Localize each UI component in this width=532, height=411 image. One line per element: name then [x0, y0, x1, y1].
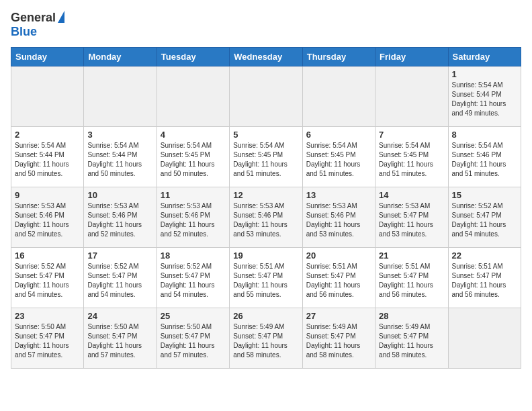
- calendar-cell: [157, 66, 229, 127]
- day-info: Sunrise: 5:53 AM Sunset: 5:46 PM Dayligh…: [161, 201, 226, 239]
- day-number: 14: [379, 190, 444, 200]
- calendar-cell: [448, 308, 521, 369]
- day-info: Sunrise: 5:53 AM Sunset: 5:46 PM Dayligh…: [15, 201, 80, 239]
- day-info: Sunrise: 5:52 AM Sunset: 5:47 PM Dayligh…: [15, 262, 80, 300]
- day-info: Sunrise: 5:54 AM Sunset: 5:45 PM Dayligh…: [379, 141, 444, 179]
- calendar-cell: 21Sunrise: 5:51 AM Sunset: 5:47 PM Dayli…: [375, 248, 448, 308]
- calendar-week-row: 1Sunrise: 5:54 AM Sunset: 5:44 PM Daylig…: [11, 66, 521, 127]
- logo-triangle-icon: [58, 11, 64, 23]
- day-number: 5: [233, 130, 298, 140]
- day-number: 3: [87, 130, 152, 140]
- calendar-cell: 19Sunrise: 5:51 AM Sunset: 5:47 PM Dayli…: [230, 248, 302, 308]
- day-number: 12: [233, 190, 298, 200]
- day-number: 15: [452, 190, 517, 200]
- day-info: Sunrise: 5:50 AM Sunset: 5:47 PM Dayligh…: [87, 322, 152, 360]
- calendar-cell: 1Sunrise: 5:54 AM Sunset: 5:44 PM Daylig…: [448, 66, 521, 127]
- day-info: Sunrise: 5:49 AM Sunset: 5:47 PM Dayligh…: [379, 322, 444, 360]
- day-number: 25: [161, 311, 226, 321]
- calendar-cell: 16Sunrise: 5:52 AM Sunset: 5:47 PM Dayli…: [11, 248, 84, 308]
- day-number: 18: [161, 250, 226, 261]
- weekday-header-thursday: Thursday: [302, 48, 375, 66]
- calendar-cell: 24Sunrise: 5:50 AM Sunset: 5:47 PM Dayli…: [84, 308, 157, 369]
- calendar-cell: 3Sunrise: 5:54 AM Sunset: 5:44 PM Daylig…: [84, 127, 157, 187]
- weekday-header-saturday: Saturday: [448, 48, 521, 66]
- calendar-cell: 7Sunrise: 5:54 AM Sunset: 5:45 PM Daylig…: [375, 127, 448, 187]
- calendar-cell: 5Sunrise: 5:54 AM Sunset: 5:45 PM Daylig…: [230, 127, 302, 187]
- day-number: 4: [161, 130, 226, 140]
- calendar-cell: [84, 66, 157, 127]
- day-number: 20: [306, 250, 371, 261]
- day-number: 2: [15, 130, 80, 140]
- day-info: Sunrise: 5:53 AM Sunset: 5:46 PM Dayligh…: [306, 201, 371, 239]
- day-number: 22: [452, 250, 517, 261]
- day-number: 26: [233, 311, 298, 321]
- calendar-cell: 9Sunrise: 5:53 AM Sunset: 5:46 PM Daylig…: [11, 187, 84, 248]
- day-info: Sunrise: 5:50 AM Sunset: 5:47 PM Dayligh…: [161, 322, 226, 360]
- logo-general: General: [11, 11, 56, 25]
- weekday-header-friday: Friday: [375, 48, 448, 66]
- day-info: Sunrise: 5:54 AM Sunset: 5:44 PM Dayligh…: [15, 141, 80, 179]
- day-info: Sunrise: 5:52 AM Sunset: 5:47 PM Dayligh…: [161, 262, 226, 300]
- day-number: 17: [87, 250, 152, 261]
- day-number: 21: [379, 250, 444, 261]
- calendar-cell: 2Sunrise: 5:54 AM Sunset: 5:44 PM Daylig…: [11, 127, 84, 187]
- day-info: Sunrise: 5:54 AM Sunset: 5:44 PM Dayligh…: [87, 141, 152, 179]
- day-info: Sunrise: 5:51 AM Sunset: 5:47 PM Dayligh…: [306, 262, 371, 300]
- day-number: 23: [15, 311, 80, 321]
- calendar-cell: 8Sunrise: 5:54 AM Sunset: 5:46 PM Daylig…: [448, 127, 521, 187]
- day-number: 16: [15, 250, 80, 261]
- calendar-cell: 12Sunrise: 5:53 AM Sunset: 5:46 PM Dayli…: [230, 187, 302, 248]
- calendar-cell: [230, 66, 302, 127]
- logo-blue: Blue: [11, 25, 37, 38]
- day-number: 9: [15, 190, 80, 200]
- day-info: Sunrise: 5:51 AM Sunset: 5:47 PM Dayligh…: [452, 262, 517, 300]
- day-info: Sunrise: 5:54 AM Sunset: 5:45 PM Dayligh…: [233, 141, 298, 179]
- day-info: Sunrise: 5:49 AM Sunset: 5:47 PM Dayligh…: [306, 322, 371, 360]
- calendar-cell: 13Sunrise: 5:53 AM Sunset: 5:46 PM Dayli…: [302, 187, 375, 248]
- day-info: Sunrise: 5:53 AM Sunset: 5:47 PM Dayligh…: [379, 201, 444, 239]
- calendar-cell: 4Sunrise: 5:54 AM Sunset: 5:45 PM Daylig…: [157, 127, 229, 187]
- calendar-cell: 25Sunrise: 5:50 AM Sunset: 5:47 PM Dayli…: [157, 308, 229, 369]
- day-number: 24: [87, 311, 152, 321]
- day-number: 27: [306, 311, 371, 321]
- day-number: 1: [452, 69, 517, 79]
- calendar-cell: 28Sunrise: 5:49 AM Sunset: 5:47 PM Dayli…: [375, 308, 448, 369]
- weekday-header-monday: Monday: [84, 48, 157, 66]
- day-info: Sunrise: 5:51 AM Sunset: 5:47 PM Dayligh…: [233, 262, 298, 300]
- logo: General Blue: [11, 11, 64, 39]
- calendar-cell: 6Sunrise: 5:54 AM Sunset: 5:45 PM Daylig…: [302, 127, 375, 187]
- calendar-cell: [302, 66, 375, 127]
- page-header: General Blue: [11, 11, 521, 39]
- calendar-cell: 27Sunrise: 5:49 AM Sunset: 5:47 PM Dayli…: [302, 308, 375, 369]
- day-info: Sunrise: 5:52 AM Sunset: 5:47 PM Dayligh…: [452, 201, 517, 239]
- calendar-cell: 15Sunrise: 5:52 AM Sunset: 5:47 PM Dayli…: [448, 187, 521, 248]
- calendar-cell: 10Sunrise: 5:53 AM Sunset: 5:46 PM Dayli…: [84, 187, 157, 248]
- calendar-cell: 18Sunrise: 5:52 AM Sunset: 5:47 PM Dayli…: [157, 248, 229, 308]
- day-number: 10: [87, 190, 152, 200]
- day-number: 19: [233, 250, 298, 261]
- calendar-header-row: SundayMondayTuesdayWednesdayThursdayFrid…: [11, 48, 521, 66]
- day-info: Sunrise: 5:53 AM Sunset: 5:46 PM Dayligh…: [233, 201, 298, 239]
- day-info: Sunrise: 5:49 AM Sunset: 5:47 PM Dayligh…: [233, 322, 298, 360]
- calendar-cell: 14Sunrise: 5:53 AM Sunset: 5:47 PM Dayli…: [375, 187, 448, 248]
- calendar-cell: 23Sunrise: 5:50 AM Sunset: 5:47 PM Dayli…: [11, 308, 84, 369]
- calendar-cell: 20Sunrise: 5:51 AM Sunset: 5:47 PM Dayli…: [302, 248, 375, 308]
- day-info: Sunrise: 5:52 AM Sunset: 5:47 PM Dayligh…: [87, 262, 152, 300]
- calendar-table: SundayMondayTuesdayWednesdayThursdayFrid…: [11, 47, 521, 369]
- day-number: 13: [306, 190, 371, 200]
- day-info: Sunrise: 5:51 AM Sunset: 5:47 PM Dayligh…: [379, 262, 444, 300]
- day-info: Sunrise: 5:54 AM Sunset: 5:44 PM Dayligh…: [452, 81, 517, 118]
- calendar-cell: 26Sunrise: 5:49 AM Sunset: 5:47 PM Dayli…: [230, 308, 302, 369]
- day-number: 6: [306, 130, 371, 140]
- day-info: Sunrise: 5:50 AM Sunset: 5:47 PM Dayligh…: [15, 322, 80, 360]
- calendar-week-row: 16Sunrise: 5:52 AM Sunset: 5:47 PM Dayli…: [11, 248, 521, 308]
- day-number: 7: [379, 130, 444, 140]
- calendar-cell: 11Sunrise: 5:53 AM Sunset: 5:46 PM Dayli…: [157, 187, 229, 248]
- calendar-cell: [11, 66, 84, 127]
- day-number: 8: [452, 130, 517, 140]
- day-info: Sunrise: 5:53 AM Sunset: 5:46 PM Dayligh…: [87, 201, 152, 239]
- weekday-header-wednesday: Wednesday: [230, 48, 302, 66]
- day-number: 28: [379, 311, 444, 321]
- day-info: Sunrise: 5:54 AM Sunset: 5:45 PM Dayligh…: [306, 141, 371, 179]
- calendar-week-row: 9Sunrise: 5:53 AM Sunset: 5:46 PM Daylig…: [11, 187, 521, 248]
